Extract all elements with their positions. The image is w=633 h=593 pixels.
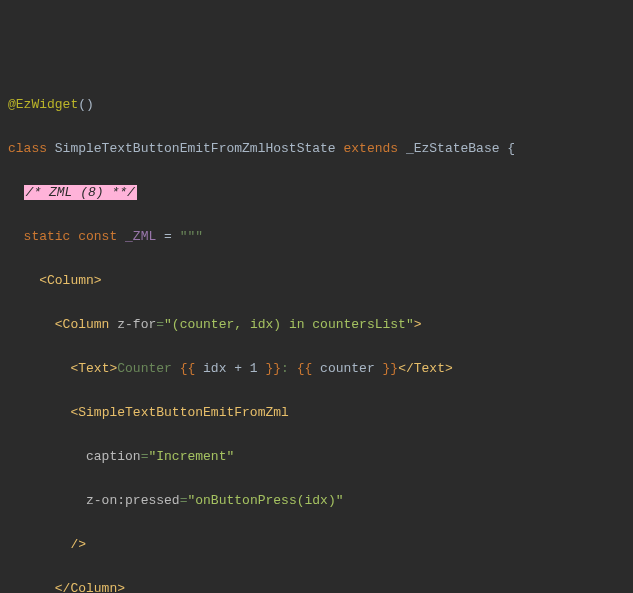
code-line: <Text>Counter {{ idx + 1 }}: {{ counter …: [8, 358, 633, 380]
code-line: class SimpleTextButtonEmitFromZmlHostSta…: [8, 138, 633, 160]
code-line: z-on:pressed="onButtonPress(idx)": [8, 490, 633, 512]
code-line: </Column>: [8, 578, 633, 593]
section-comment-zml: /* ZML (8) **/: [24, 185, 137, 200]
code-line: <Column>: [8, 270, 633, 292]
class-name: SimpleTextButtonEmitFromZmlHostState: [55, 141, 336, 156]
annotation: @EzWidget: [8, 97, 78, 112]
code-line: <Column z-for="(counter, idx) in counter…: [8, 314, 633, 336]
code-line: />: [8, 534, 633, 556]
code-line: caption="Increment": [8, 446, 633, 468]
code-line: static const _ZML = """: [8, 226, 633, 248]
code-line: <SimpleTextButtonEmitFromZml: [8, 402, 633, 424]
code-line: /* ZML (8) **/: [8, 182, 633, 204]
code-line: @EzWidget(): [8, 94, 633, 116]
